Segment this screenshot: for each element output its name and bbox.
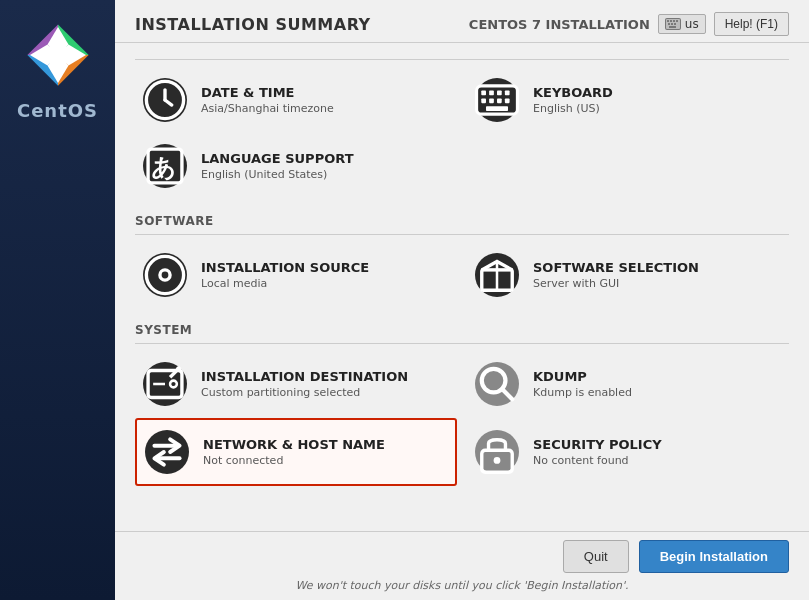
svg-rect-14 — [676, 20, 678, 22]
network-hostname-subtitle: Not connected — [203, 454, 449, 467]
svg-rect-12 — [670, 20, 672, 22]
security-policy-title: SECURITY POLICY — [533, 437, 783, 452]
svg-rect-30 — [505, 98, 510, 103]
software-selection-item[interactable]: SOFTWARE SELECTION Server with GUI — [467, 243, 789, 307]
centos-install-label: CENTOS 7 INSTALLATION — [469, 17, 650, 32]
installation-source-text: INSTALLATION SOURCE Local media — [201, 260, 451, 290]
quit-button[interactable]: Quit — [563, 540, 629, 573]
brand-label: CentOS — [17, 100, 98, 121]
keyboard-subtitle: English (US) — [533, 102, 783, 115]
software-selection-text: SOFTWARE SELECTION Server with GUI — [533, 260, 783, 290]
footer: Quit Begin Installation We won't touch y… — [115, 531, 809, 600]
help-button[interactable]: Help! (F1) — [714, 12, 789, 36]
svg-rect-27 — [481, 98, 486, 103]
software-selection-title: SOFTWARE SELECTION — [533, 260, 783, 275]
system-section-label: SYSTEM — [135, 313, 789, 343]
network-hostname-icon — [143, 428, 191, 476]
sidebar: CentOS — [0, 0, 115, 600]
installation-source-item[interactable]: INSTALLATION SOURCE Local media — [135, 243, 457, 307]
footer-buttons: Quit Begin Installation — [135, 540, 789, 573]
network-icon — [145, 430, 189, 474]
installation-destination-icon — [141, 360, 189, 408]
kdump-svg — [475, 362, 519, 406]
svg-rect-16 — [671, 23, 673, 25]
svg-text:あ: あ — [151, 154, 176, 182]
security-policy-item[interactable]: SECURITY POLICY No content found — [467, 418, 789, 486]
kdump-icon — [473, 360, 521, 408]
network-hostname-text: NETWORK & HOST NAME Not connected — [203, 437, 449, 467]
header-right: CENTOS 7 INSTALLATION us Help! (F1) — [469, 12, 789, 36]
installation-destination-item[interactable]: INSTALLATION DESTINATION Custom partitio… — [135, 352, 457, 416]
svg-rect-13 — [673, 20, 675, 22]
software-divider — [135, 234, 789, 235]
svg-rect-24 — [489, 91, 494, 96]
keyboard-lang-label: us — [685, 17, 699, 31]
harddisk-icon — [143, 362, 187, 406]
language-support-subtitle: English (United States) — [201, 168, 451, 181]
localization-grid: DATE & TIME Asia/Shanghai timezone — [135, 68, 789, 198]
svg-line-45 — [502, 389, 512, 399]
date-time-text: DATE & TIME Asia/Shanghai timezone — [201, 85, 451, 115]
date-time-title: DATE & TIME — [201, 85, 451, 100]
keyboard-item-icon — [473, 76, 521, 124]
keyboard-text: KEYBOARD English (US) — [533, 85, 783, 115]
main-panel: INSTALLATION SUMMARY CENTOS 7 INSTALLATI… — [115, 0, 809, 600]
language-support-title: LANGUAGE SUPPORT — [201, 151, 451, 166]
kdump-subtitle: Kdump is enabled — [533, 386, 783, 399]
localization-section-label — [135, 43, 789, 59]
svg-line-21 — [165, 100, 172, 105]
svg-point-35 — [160, 270, 170, 280]
svg-rect-8 — [49, 46, 67, 64]
footer-note: We won't touch your disks until you clic… — [135, 579, 789, 592]
date-time-item[interactable]: DATE & TIME Asia/Shanghai timezone — [135, 68, 457, 132]
svg-rect-15 — [668, 23, 670, 25]
security-policy-subtitle: No content found — [533, 454, 783, 467]
network-hostname-title: NETWORK & HOST NAME — [203, 437, 449, 452]
installation-destination-subtitle: Custom partitioning selected — [201, 386, 451, 399]
centos-logo — [23, 20, 93, 90]
installation-source-subtitle: Local media — [201, 277, 451, 290]
content-area: DATE & TIME Asia/Shanghai timezone — [115, 43, 809, 531]
svg-rect-29 — [497, 98, 502, 103]
package-icon — [475, 253, 519, 297]
language-support-item[interactable]: あ LANGUAGE SUPPORT English (United State… — [135, 134, 457, 198]
software-selection-icon — [473, 251, 521, 299]
language-support-icon: あ — [141, 142, 189, 190]
security-policy-icon — [473, 428, 521, 476]
installation-source-title: INSTALLATION SOURCE — [201, 260, 451, 275]
security-policy-text: SECURITY POLICY No content found — [533, 437, 783, 467]
installation-source-icon — [141, 251, 189, 299]
keyboard-indicator[interactable]: us — [658, 14, 706, 34]
installation-destination-text: INSTALLATION DESTINATION Custom partitio… — [201, 369, 451, 399]
system-grid: INSTALLATION DESTINATION Custom partitio… — [135, 352, 789, 486]
svg-point-40 — [170, 381, 177, 388]
software-grid: INSTALLATION SOURCE Local media — [135, 243, 789, 307]
keyboard-item-svg — [475, 78, 519, 122]
network-hostname-item[interactable]: NETWORK & HOST NAME Not connected — [135, 418, 457, 486]
begin-installation-button[interactable]: Begin Installation — [639, 540, 789, 573]
kdump-title: KDUMP — [533, 369, 783, 384]
svg-rect-17 — [674, 23, 676, 25]
software-selection-subtitle: Server with GUI — [533, 277, 783, 290]
lock-icon — [475, 430, 519, 474]
language-icon: あ — [143, 144, 187, 188]
svg-rect-25 — [497, 91, 502, 96]
svg-rect-18 — [669, 26, 676, 28]
keyboard-title: KEYBOARD — [533, 85, 783, 100]
svg-rect-11 — [667, 20, 669, 22]
svg-rect-28 — [489, 98, 494, 103]
svg-rect-26 — [505, 91, 510, 96]
svg-rect-23 — [481, 91, 486, 96]
svg-point-34 — [146, 256, 183, 293]
kdump-text: KDUMP Kdump is enabled — [533, 369, 783, 399]
installation-destination-title: INSTALLATION DESTINATION — [201, 369, 451, 384]
svg-point-47 — [494, 457, 501, 464]
keyboard-item[interactable]: KEYBOARD English (US) — [467, 68, 789, 132]
system-divider — [135, 343, 789, 344]
header: INSTALLATION SUMMARY CENTOS 7 INSTALLATI… — [115, 0, 809, 43]
kdump-item[interactable]: KDUMP Kdump is enabled — [467, 352, 789, 416]
date-time-icon — [141, 76, 189, 124]
language-support-text: LANGUAGE SUPPORT English (United States) — [201, 151, 451, 181]
clock-icon — [143, 78, 187, 122]
keyboard-icon — [665, 18, 681, 30]
